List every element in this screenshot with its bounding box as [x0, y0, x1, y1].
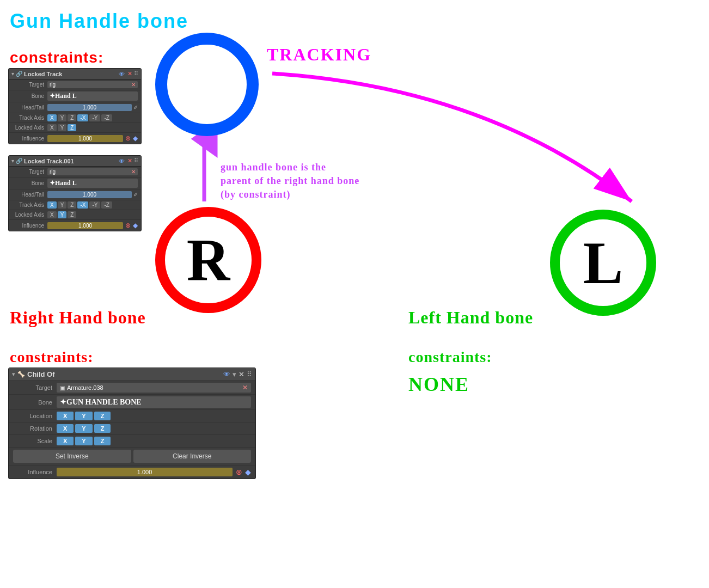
- childof-rot-x[interactable]: X: [57, 424, 74, 433]
- panel2-close-icon[interactable]: ✕: [127, 157, 132, 164]
- panel1-clear-icon[interactable]: ⊗: [125, 134, 131, 142]
- panel1-bone-label: Bone: [12, 93, 47, 99]
- left-hand-label: Left Hand bone: [408, 308, 533, 328]
- tracking-label: TRACKING: [267, 45, 371, 65]
- childof-rot-y[interactable]: Y: [75, 424, 92, 433]
- panel2-bone-value[interactable]: ✦Hand L: [47, 179, 138, 188]
- panel1-keyframe-icon[interactable]: ◆: [133, 134, 138, 142]
- panel2-target-clear[interactable]: ✕: [131, 169, 136, 175]
- panel2-bone-row: Bone ✦Hand L: [9, 177, 141, 189]
- childof-scale-z[interactable]: Z: [94, 437, 111, 445]
- set-inverse-button[interactable]: Set Inverse: [13, 450, 131, 463]
- panel2-influence-value[interactable]: 1.000: [47, 222, 123, 229]
- panel2-headtail-icon: ✐: [133, 192, 138, 198]
- annotation-line2: parent of the right hand bone: [221, 174, 359, 188]
- panel1-trackaxis-label: Track Axis: [12, 115, 47, 121]
- panel2-keyframe-icon[interactable]: ◆: [133, 222, 138, 229]
- bottom-right-constraints-label: constraints:: [408, 348, 492, 366]
- panel1-menu-icon[interactable]: ⠿: [134, 70, 138, 77]
- panel1-influence-value[interactable]: 1.000: [47, 135, 123, 142]
- childof-loc-x[interactable]: X: [57, 412, 74, 420]
- panel1-axis-neg-z[interactable]: -Z: [101, 114, 112, 121]
- panel1-close-icon[interactable]: ✕: [127, 70, 132, 77]
- childof-bone-label: Bone: [13, 399, 57, 406]
- panel1-axis-x[interactable]: X: [47, 114, 57, 121]
- panel2-lockedaxis-row: Locked Axis X Y Z: [9, 210, 141, 220]
- panel1-target-value[interactable]: rig ✕: [47, 81, 138, 88]
- panel2-menu-icon[interactable]: ⠿: [134, 157, 138, 164]
- panel2-axis-z[interactable]: Z: [68, 201, 76, 209]
- childof-loc-y[interactable]: Y: [75, 412, 92, 420]
- panel1-target-row: Target rig ✕: [9, 79, 141, 90]
- panel1-eye-icon[interactable]: 👁: [119, 71, 125, 77]
- childof-influence-value[interactable]: 1.000: [57, 468, 233, 476]
- panel2-type-icon: 🔗: [16, 158, 22, 164]
- panel1-axis-neg-y[interactable]: -Y: [89, 114, 100, 121]
- panel2-icons: ⊗ ◆: [125, 222, 138, 229]
- panel1-headtail-value[interactable]: 1.000: [47, 104, 132, 111]
- childof-rotation-row: Rotation X Y Z: [9, 422, 255, 435]
- childof-target-clear[interactable]: ✕: [242, 384, 248, 391]
- panel2-axis-neg-z[interactable]: -Z: [101, 201, 112, 209]
- panel2-clear-icon[interactable]: ⊗: [125, 222, 131, 229]
- childof-target-text: Armature.038: [67, 384, 240, 391]
- panel1-influence-label: Influence: [12, 136, 47, 142]
- panel2-header: ▾ 🔗 Locked Track.001 👁 ✕ ⠿: [9, 156, 141, 167]
- panel2-target-text: rig: [50, 169, 130, 175]
- childof-location-row: Location X Y Z: [9, 410, 255, 422]
- panel2-locked-y[interactable]: Y: [58, 211, 67, 218]
- panel2-axis-y[interactable]: Y: [58, 201, 67, 209]
- panel1-type-icon: 🔗: [16, 71, 22, 77]
- right-hand-label: Right Hand bone: [10, 308, 146, 328]
- childof-close-icon[interactable]: ✕: [239, 370, 245, 378]
- childof-keyframe-icon[interactable]: ◆: [245, 468, 251, 476]
- panel2-lockedaxis-label: Locked Axis: [12, 212, 47, 218]
- panel2-axis-neg-y[interactable]: -Y: [89, 201, 100, 209]
- panel1-influence-row: Influence 1.000 ⊗ ◆: [9, 133, 141, 144]
- panel2-collapse-arrow[interactable]: ▾: [11, 158, 14, 164]
- panel2-axis-neg-x[interactable]: -X: [77, 201, 88, 209]
- childof-eye-icon[interactable]: 👁: [223, 370, 230, 378]
- panel2-bone-label: Bone: [12, 180, 47, 186]
- panel1-headtail-icon: ✐: [133, 105, 138, 111]
- childof-collapse-arrow[interactable]: ▾: [12, 371, 15, 378]
- childof-scale-row: Scale X Y Z: [9, 435, 255, 448]
- panel1-locked-z[interactable]: Z: [68, 124, 76, 131]
- childof-rot-z[interactable]: Z: [94, 424, 111, 433]
- panel2-locked-x[interactable]: X: [47, 211, 57, 218]
- panel2-headtail-value[interactable]: 1.000: [47, 191, 132, 198]
- childof-location-label: Location: [13, 413, 57, 419]
- childof-influence-row: Influence 1.000 ⊗ ◆: [9, 465, 255, 479]
- childof-rotation-label: Rotation: [13, 425, 57, 432]
- childof-scale-x[interactable]: X: [57, 437, 74, 445]
- childof-target-row: Target ▣ Armature.038 ✕: [9, 381, 255, 395]
- childof-menu-icon[interactable]: ⠿: [247, 370, 252, 378]
- panel2-axis-x[interactable]: X: [47, 201, 57, 209]
- panel2-name: Locked Track.001: [24, 158, 117, 164]
- childof-clear-icon[interactable]: ⊗: [236, 468, 242, 476]
- panel1-name: Locked Track: [24, 71, 117, 77]
- panel1-bone-value[interactable]: ✦Hand L: [47, 91, 138, 101]
- panel1-axis-y[interactable]: Y: [58, 114, 67, 121]
- panel1-target-clear[interactable]: ✕: [131, 82, 136, 88]
- panel1-header: ▾ 🔗 Locked Track 👁 ✕ ⠿: [9, 69, 141, 79]
- panel1-locked-x[interactable]: X: [47, 124, 57, 131]
- childof-target-value[interactable]: ▣ Armature.038 ✕: [57, 383, 251, 393]
- clear-inverse-button[interactable]: Clear Inverse: [133, 450, 252, 463]
- childof-bone-value[interactable]: ✦GUN HANDLE BONE: [57, 396, 251, 408]
- none-label: NONE: [408, 373, 469, 396]
- panel1-headtail-label: Head/Tail: [12, 105, 47, 111]
- tracking-arrow-svg: [267, 44, 648, 234]
- panel1-headtail-row: Head/Tail 1.000 ✐: [9, 102, 141, 113]
- panel1-locked-y[interactable]: Y: [58, 124, 67, 131]
- panel1-axis-neg-x[interactable]: -X: [77, 114, 88, 121]
- childof-loc-z[interactable]: Z: [94, 412, 111, 420]
- childof-expand-icon[interactable]: ▾: [233, 370, 236, 378]
- panel2-eye-icon[interactable]: 👁: [119, 158, 125, 164]
- panel1-collapse-arrow[interactable]: ▾: [11, 71, 14, 77]
- panel1-axis-z[interactable]: Z: [68, 114, 76, 121]
- panel2-trackaxis-label: Track Axis: [12, 202, 47, 208]
- panel2-locked-z[interactable]: Z: [68, 211, 76, 218]
- childof-scale-y[interactable]: Y: [75, 437, 92, 445]
- panel2-target-value[interactable]: rig ✕: [47, 168, 138, 175]
